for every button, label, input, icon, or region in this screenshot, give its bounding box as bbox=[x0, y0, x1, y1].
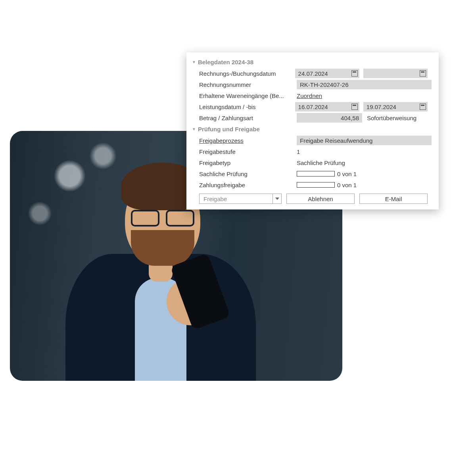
label-process[interactable]: Freigabeprozess bbox=[199, 137, 297, 144]
amount-value: 404,58 bbox=[341, 115, 359, 121]
service-date-to-value: 19.07.2024 bbox=[367, 104, 396, 110]
amount-field[interactable]: 404,58 bbox=[297, 113, 362, 123]
label-invoice-date: Rechnungs-/Buchungsdatum bbox=[199, 70, 295, 77]
label-payment-release: Zahlungsfreigabe bbox=[199, 182, 297, 188]
email-button[interactable]: E-Mail bbox=[359, 194, 428, 204]
payment-method-value: Sofortüberweisung bbox=[367, 115, 416, 121]
invoice-number-field[interactable]: RK-TH-202407-26 bbox=[297, 80, 432, 89]
label-type: Freigabetyp bbox=[199, 159, 297, 166]
invoice-date-field[interactable]: 24.07.2024 bbox=[295, 69, 359, 78]
section-title: Belegdaten 2024-38 bbox=[198, 59, 253, 65]
label-service-date: Leistungsdatum / -bis bbox=[199, 104, 295, 110]
section-title: Prüfung und Freigabe bbox=[198, 126, 260, 132]
collapse-icon: ▼ bbox=[192, 127, 196, 131]
calendar-icon[interactable] bbox=[351, 104, 358, 110]
assign-link[interactable]: Zuordnen bbox=[297, 92, 322, 99]
label-amount: Betrag / Zahlungsart bbox=[199, 115, 297, 121]
check-progress-bar bbox=[297, 171, 335, 177]
form-panel: ▼ Belegdaten 2024-38 Rechnungs-/Buchungs… bbox=[186, 52, 439, 209]
label-check: Sachliche Prüfung bbox=[199, 171, 297, 177]
payment-progress-bar bbox=[297, 182, 335, 188]
label-level: Freigabestufe bbox=[199, 148, 297, 155]
service-date-from-field[interactable]: 16.07.2024 bbox=[295, 102, 359, 111]
process-field[interactable]: Freigabe Reiseaufwendung bbox=[297, 136, 432, 145]
level-value: 1 bbox=[297, 148, 300, 155]
calendar-icon[interactable] bbox=[420, 70, 426, 77]
calendar-icon[interactable] bbox=[420, 104, 426, 110]
dropdown-label: Freigabe bbox=[200, 196, 273, 202]
type-value: Sachliche Prüfung bbox=[297, 159, 345, 166]
calendar-icon[interactable] bbox=[351, 70, 358, 77]
payment-progress-text: 0 von 1 bbox=[337, 182, 357, 188]
process-value: Freigabe Reiseaufwendung bbox=[300, 137, 372, 144]
invoice-number-value: RK-TH-202407-26 bbox=[300, 81, 349, 88]
invoice-date-value: 24.07.2024 bbox=[298, 70, 328, 77]
reject-button[interactable]: Ablehnen bbox=[286, 194, 355, 204]
service-date-from-value: 16.07.2024 bbox=[298, 104, 328, 110]
check-progress-text: 0 von 1 bbox=[337, 171, 357, 177]
section-freigabe-header[interactable]: ▼ Prüfung und Freigabe bbox=[192, 126, 432, 132]
chevron-down-icon[interactable] bbox=[273, 194, 281, 203]
freigabe-dropdown[interactable]: Freigabe bbox=[199, 194, 282, 204]
collapse-icon: ▼ bbox=[192, 60, 196, 64]
service-date-to-field[interactable]: 19.07.2024 bbox=[363, 102, 428, 111]
label-invoice-number: Rechnungsnummer bbox=[199, 81, 297, 88]
email-label: E-Mail bbox=[385, 196, 402, 202]
label-goods-receipt: Erhaltene Wareneingänge (Be... bbox=[199, 92, 297, 99]
reject-label: Ablehnen bbox=[308, 196, 333, 202]
booking-date-field[interactable] bbox=[363, 69, 428, 78]
section-belegdaten-header[interactable]: ▼ Belegdaten 2024-38 bbox=[192, 59, 432, 65]
